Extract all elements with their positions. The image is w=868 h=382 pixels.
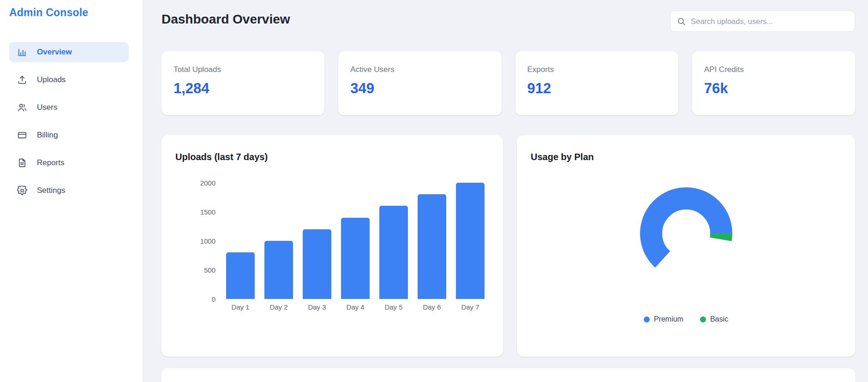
users-icon (17, 102, 27, 113)
bar-chart-y-axis: 0500100015002000 (181, 183, 216, 299)
stat-label: Exports (527, 65, 666, 74)
x-tick-label: Day 6 (423, 303, 441, 311)
donut-legend: Premium Basic (644, 315, 728, 323)
bar-column: Day 2 (264, 241, 293, 299)
bar-day-6 (418, 194, 446, 299)
stat-value: 912 (527, 80, 666, 97)
y-tick-label: 2000 (200, 179, 216, 187)
stat-card-api-credits: API Credits 76k (692, 51, 855, 115)
sidebar-item-label: Settings (37, 186, 65, 195)
search-box[interactable] (670, 11, 855, 32)
stat-card-total-uploads: Total Uploads 1,284 (162, 51, 324, 115)
sidebar-item-settings[interactable]: Settings (9, 180, 129, 201)
gear-icon (17, 185, 27, 196)
stat-label: Total Uploads (174, 65, 312, 74)
x-tick-label: Day 2 (269, 303, 287, 311)
legend-dot-premium (644, 316, 650, 322)
app-title: Admin Console (9, 6, 135, 19)
credit-card-icon (17, 130, 27, 140)
sidebar-item-label: Uploads (37, 75, 66, 84)
bar-day-5 (379, 206, 408, 299)
bar-column: Day 6 (418, 194, 446, 299)
main-content: Dashboard Overview Total Uploads 1,284 A… (143, 0, 868, 382)
stat-value: 76k (704, 80, 843, 97)
bar-chart-title: Uploads (last 7 days) (175, 152, 489, 162)
legend-item-basic: Basic (700, 315, 728, 323)
x-tick-label: Day 1 (231, 303, 249, 311)
stat-label: API Credits (704, 65, 843, 74)
bar-chart-icon (17, 47, 27, 57)
sidebar-item-billing[interactable]: Billing (9, 125, 129, 145)
uploads-bar-chart-card: Uploads (last 7 days) 0500100015002000 D… (162, 135, 503, 357)
upload-icon (17, 75, 27, 85)
y-tick-label: 0 (212, 295, 216, 303)
donut-chart (640, 187, 733, 282)
bar-day-3 (303, 229, 331, 299)
bar-column: Day 7 (456, 183, 485, 299)
stat-value: 1,284 (174, 80, 312, 97)
x-tick-label: Day 7 (461, 303, 479, 311)
topbar: Dashboard Overview (162, 8, 855, 32)
x-tick-label: Day 3 (308, 303, 326, 311)
partial-bottom-card (162, 368, 855, 382)
bar-chart-plot: Day 1Day 2Day 3Day 4Day 5Day 6Day 7 (226, 183, 485, 299)
document-icon (17, 158, 27, 168)
x-tick-label: Day 5 (384, 303, 402, 311)
bar-column: Day 4 (341, 218, 370, 299)
search-icon (677, 17, 686, 26)
charts-row: Uploads (last 7 days) 0500100015002000 D… (162, 135, 855, 357)
stat-card-active-users: Active Users 349 (338, 51, 501, 115)
legend-label: Basic (710, 315, 728, 323)
bar-day-4 (341, 218, 370, 299)
stat-label: Active Users (350, 65, 489, 74)
y-tick-label: 500 (204, 266, 216, 274)
y-tick-label: 1500 (200, 208, 216, 216)
bar-column: Day 3 (303, 229, 331, 299)
sidebar-item-label: Overview (37, 48, 72, 57)
bar-column: Day 5 (379, 206, 408, 299)
bar-day-7 (456, 183, 485, 299)
stat-value: 349 (350, 80, 489, 97)
sidebar-item-label: Billing (37, 131, 58, 140)
legend-dot-basic (700, 316, 706, 322)
x-tick-label: Day 4 (346, 303, 364, 311)
y-tick-label: 1000 (200, 237, 216, 245)
sidebar-item-uploads[interactable]: Uploads (9, 70, 129, 90)
stats-row: Total Uploads 1,284 Active Users 349 Exp… (162, 51, 855, 115)
sidebar-item-reports[interactable]: Reports (9, 153, 129, 173)
legend-label: Premium (654, 315, 683, 323)
sidebar-item-label: Users (37, 103, 57, 112)
sidebar-nav: OverviewUploadsUsersBillingReportsSettin… (9, 42, 135, 201)
bar-column: Day 1 (226, 252, 255, 299)
legend-item-premium: Premium (644, 315, 683, 323)
page-title: Dashboard Overview (162, 12, 290, 27)
stat-card-exports: Exports 912 (515, 51, 678, 115)
bar-day-1 (226, 252, 255, 299)
sidebar-item-users[interactable]: Users (9, 97, 129, 118)
bar-chart: 0500100015002000 Day 1Day 2Day 3Day 4Day… (181, 183, 489, 299)
donut-svg (640, 187, 733, 280)
search-input[interactable] (691, 17, 848, 26)
donut-chart-title: Usage by Plan (531, 152, 594, 162)
sidebar-item-overview[interactable]: Overview (9, 42, 129, 62)
usage-donut-chart-card: Usage by Plan Premium Basic (517, 135, 855, 357)
bar-day-2 (264, 241, 293, 299)
sidebar-item-label: Reports (37, 158, 65, 167)
sidebar: Admin Console OverviewUploadsUsersBillin… (0, 0, 143, 382)
